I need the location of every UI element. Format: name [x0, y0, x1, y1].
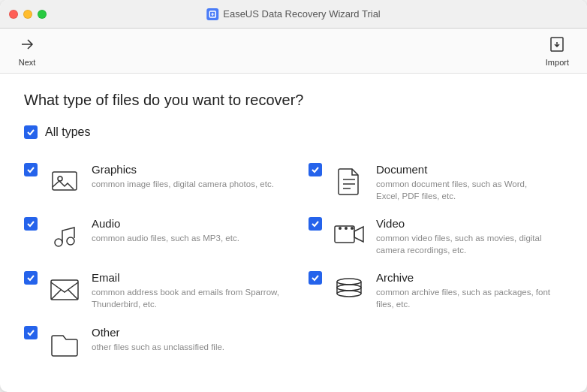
graphics-name: Graphics	[92, 163, 281, 176]
video-desc: common video files, such as movies, digi…	[376, 232, 551, 256]
video-checkbox[interactable]	[309, 217, 322, 231]
next-icon	[18, 35, 36, 56]
file-types-grid: Graphics common image files, digital cam…	[24, 155, 563, 369]
archive-desc: common archive files, such as packages, …	[376, 286, 551, 310]
main-content: What type of files do you want to recove…	[0, 74, 587, 392]
toolbar: Next Import	[0, 29, 587, 74]
list-item: Video common video files, such as movies…	[294, 210, 563, 264]
window-title: EaseUS Data Recovery Wizard Trial	[206, 8, 381, 20]
graphics-desc: common image files, digital camera photo…	[92, 178, 281, 190]
graphics-icon	[47, 163, 83, 199]
graphics-checkbox[interactable]	[24, 163, 38, 176]
graphics-info: Graphics common image files, digital cam…	[92, 163, 281, 190]
document-name: Document	[376, 163, 551, 176]
other-info: Other other files such as unclassified f…	[92, 326, 281, 353]
list-item: Email common address book and emails fro…	[24, 264, 294, 318]
video-icon	[331, 217, 367, 253]
other-checkbox[interactable]	[24, 326, 38, 339]
list-item: Archive common archive files, such as pa…	[294, 264, 563, 318]
email-desc: common address book and emails from Spar…	[92, 286, 281, 310]
other-desc: other files such as unclassified file.	[92, 341, 281, 353]
list-item: Document common document files, such as …	[294, 155, 563, 210]
document-icon	[331, 163, 367, 199]
minimize-button[interactable]	[23, 10, 32, 19]
video-info: Video common video files, such as movies…	[376, 217, 551, 256]
svg-point-16	[337, 291, 361, 297]
next-button[interactable]: Next	[12, 32, 42, 70]
audio-info: Audio common audio files, such as MP3, e…	[92, 217, 281, 244]
document-checkbox[interactable]	[309, 163, 322, 176]
other-name: Other	[92, 326, 281, 339]
audio-desc: common audio files, such as MP3, etc.	[92, 232, 281, 244]
all-types-label: All types	[45, 125, 90, 139]
app-window: EaseUS Data Recovery Wizard Trial Next I…	[0, 0, 587, 392]
document-desc: common document files, such as Word, Exc…	[376, 178, 551, 202]
titlebar: EaseUS Data Recovery Wizard Trial	[0, 0, 587, 29]
svg-point-3	[58, 176, 62, 181]
archive-icon	[331, 271, 367, 307]
archive-name: Archive	[376, 271, 551, 284]
list-item: Other other files such as unclassified f…	[24, 318, 294, 369]
list-item: Graphics common image files, digital cam…	[24, 155, 294, 210]
audio-checkbox[interactable]	[24, 217, 38, 231]
all-types-row: All types	[24, 125, 563, 139]
svg-point-12	[351, 227, 354, 230]
list-item: Audio common audio files, such as MP3, e…	[24, 210, 294, 264]
close-button[interactable]	[9, 10, 18, 19]
archive-checkbox[interactable]	[309, 271, 322, 285]
svg-point-8	[67, 237, 74, 245]
maximize-button[interactable]	[38, 10, 47, 19]
video-name: Video	[376, 217, 551, 230]
svg-point-15	[337, 285, 361, 291]
import-icon	[548, 35, 566, 56]
email-checkbox[interactable]	[24, 271, 38, 285]
all-types-checkbox[interactable]	[24, 125, 38, 139]
traffic-lights	[9, 10, 47, 19]
svg-point-14	[337, 279, 361, 285]
app-icon	[206, 8, 218, 20]
import-button[interactable]: Import	[540, 32, 575, 70]
archive-info: Archive common archive files, such as pa…	[376, 271, 551, 310]
audio-icon	[47, 217, 83, 253]
svg-rect-13	[51, 280, 78, 300]
svg-point-10	[339, 227, 342, 230]
svg-point-11	[345, 227, 348, 230]
page-question: What type of files do you want to recove…	[24, 92, 563, 109]
document-info: Document common document files, such as …	[376, 163, 551, 202]
audio-name: Audio	[92, 217, 281, 230]
email-icon	[47, 271, 83, 307]
svg-point-7	[55, 239, 62, 246]
email-name: Email	[92, 271, 281, 284]
other-icon	[47, 326, 83, 362]
email-info: Email common address book and emails fro…	[92, 271, 281, 310]
svg-rect-2	[53, 172, 77, 190]
